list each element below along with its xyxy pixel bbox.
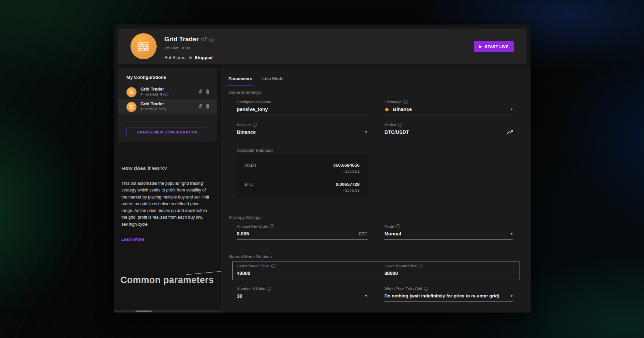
tab-live-mode[interactable]: Live Mode (262, 76, 284, 86)
mode-select[interactable]: Manual ▼ (384, 231, 513, 240)
lower-bound-price-input[interactable]: 38000 (384, 271, 513, 279)
configuration-name-field: Configuration Name pensive_tony (237, 100, 368, 115)
mode-field: Modei Manual ▼ (384, 224, 513, 240)
info-icon[interactable]: i (267, 287, 271, 291)
market-select[interactable]: BTC/USDT (384, 129, 513, 138)
window-bottom-edge (221, 310, 531, 313)
info-icon[interactable]: i (209, 38, 214, 42)
exchange-field: Exchangei ❖ Binance ▼ (384, 100, 513, 115)
asset-fiat: ≈ $276.91 (336, 188, 360, 193)
info-icon[interactable]: i (270, 224, 274, 228)
chevron-down-icon: ▼ (510, 232, 513, 235)
trash-icon[interactable] (206, 89, 210, 94)
how-it-works-section: How does it work? This bot automates the… (121, 165, 209, 242)
exchange-select[interactable]: ❖ Binance ▼ (384, 107, 513, 115)
chevron-down-icon: ▼ (510, 108, 513, 111)
number-of-grids-field: Number of Gridsi 30 ▼ (237, 287, 368, 302)
field-label: Configuration Name (237, 100, 271, 104)
trash-icon[interactable] (206, 104, 210, 109)
header: Grid Trader v2 i pensive_tony Bot Status… (118, 29, 527, 64)
info-icon[interactable]: i (419, 264, 423, 268)
amount-per-order-field: Amount Per Orderi 0.005 BTC (237, 224, 368, 240)
info-icon[interactable]: i (396, 224, 400, 228)
account-field: Accounti Binance ▼ (237, 123, 368, 138)
upper-bound-price-input[interactable]: 43000 (237, 271, 368, 279)
configuration-name-input[interactable]: pensive_tony (237, 107, 368, 115)
bot-avatar (130, 33, 157, 59)
asset-amount: 360.6684656 (333, 163, 360, 168)
create-new-configuration-button[interactable]: CREATE NEW CONFIGURATION (126, 127, 208, 137)
field-label: When Price Exits Grid (384, 287, 422, 291)
chevron-down-icon: ▼ (510, 294, 513, 298)
field-label: Amount Per Order (237, 224, 268, 228)
annotation-common-parameters: Common parameters (120, 275, 214, 285)
balance-row-btc: BTC 0.00657728 ≈ $276.91 (245, 182, 360, 193)
status-dot-icon (141, 108, 143, 110)
field-label: Account (237, 123, 251, 127)
field-label: Market (384, 123, 396, 127)
field-label: Number of Grids (237, 287, 265, 291)
amount-per-order-input[interactable]: 0.005 BTC (237, 231, 368, 240)
status-dot-icon (189, 56, 192, 59)
asset-amount: 0.00657728 (336, 182, 360, 187)
info-icon[interactable]: i (271, 264, 275, 268)
upper-bound-price-field: Upper Bound Pricei 43000 (237, 264, 368, 279)
config-instance: reverent_tharp (145, 92, 169, 96)
when-price-exits-grid-field: When Price Exits Gridi Do nothing (wait … (384, 287, 513, 302)
config-avatar (126, 102, 137, 112)
learn-more-link[interactable]: Learn More (121, 237, 144, 242)
config-item-reverent-tharp[interactable]: Grid Trader reverent_tharp (118, 84, 217, 99)
how-it-works-body: This bot automates the popular "grid tra… (121, 180, 209, 228)
trending-chart-icon[interactable] (507, 130, 513, 134)
info-icon[interactable]: i (424, 287, 428, 291)
asset-name: BTC (245, 182, 254, 193)
info-icon[interactable]: i (398, 123, 402, 127)
section-manual-mode-settings: Manual Mode Settings (228, 254, 272, 259)
account-select[interactable]: Binance ▼ (237, 129, 368, 138)
field-label: Exchange (384, 100, 401, 104)
how-it-works-title: How does it work? (121, 165, 209, 171)
app-title: Grid Trader (164, 36, 199, 43)
field-label: Mode (384, 224, 394, 228)
config-item-pensive-tony[interactable]: Grid Trader pensive_tony (118, 99, 217, 114)
tab-parameters[interactable]: Parameters (228, 76, 252, 86)
info-icon[interactable]: i (253, 123, 257, 127)
asset-fiat: ≈ $360.81 (333, 169, 360, 174)
field-label: Upper Bound Price (237, 264, 269, 268)
section-strategy-settings: Strategy Settings (228, 215, 262, 220)
grid-chart-icon (136, 39, 151, 54)
configurations-title: My Configurations (118, 68, 217, 80)
bot-status-value: Stopped (195, 55, 213, 60)
chevron-down-icon: ▼ (365, 130, 368, 134)
asset-name: USDT (245, 163, 257, 174)
active-config-name: pensive_tony (164, 45, 214, 50)
lower-bound-price-field: Lower Bound Pricei 38000 (384, 264, 513, 279)
main-panel: Parameters Live Mode General Settings Co… (221, 68, 531, 310)
sidebar-scrollbar-track[interactable] (114, 310, 221, 313)
unit-suffix: BTC (359, 231, 368, 236)
balance-row-usdt: USDT 360.6684656 ≈ $360.81 (245, 163, 360, 174)
configurations-panel: My Configurations Grid Trader reverent_t… (118, 68, 217, 142)
available-balances: USDT 360.6684656 ≈ $360.81 BTC 0.0065772… (237, 155, 368, 198)
config-avatar (126, 87, 137, 97)
status-dot-icon (141, 93, 143, 95)
when-price-exits-grid-select[interactable]: Do nothing (wait indefinitely for price … (384, 293, 513, 302)
chevron-down-icon: ▼ (365, 294, 368, 298)
market-field: Marketi BTC/USDT (384, 123, 513, 138)
play-icon: ▶ (479, 45, 482, 48)
tab-bar: Parameters Live Mode (228, 76, 283, 86)
section-general-settings: General Settings (228, 90, 261, 95)
config-instance: pensive_tony (145, 107, 166, 111)
app-version: v2 (201, 36, 207, 43)
binance-icon: ❖ (384, 107, 389, 112)
number-of-grids-select[interactable]: 30 ▼ (237, 293, 368, 302)
field-label: Lower Bound Price (384, 264, 417, 268)
start-live-button[interactable]: ▶ START LIVE (474, 41, 514, 52)
copy-icon[interactable] (198, 89, 203, 94)
balances-title: Available Balances (237, 148, 274, 153)
bot-status-label: Bot Status: (164, 55, 186, 60)
copy-icon[interactable] (198, 104, 203, 109)
info-icon[interactable]: i (404, 100, 408, 104)
scrollbar-thumb[interactable] (136, 311, 152, 312)
app-window: Grid Trader v2 i pensive_tony Bot Status… (114, 24, 531, 313)
